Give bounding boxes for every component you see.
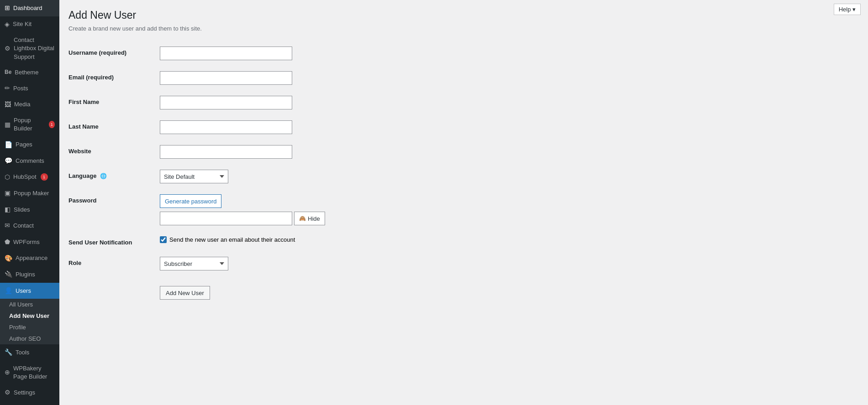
language-row: Language 🌐 Site Default English French G… [68, 164, 425, 189]
notification-label: Send User Notification [68, 236, 160, 246]
popup-builder-icon: ▦ [5, 120, 11, 130]
role-label: Role [68, 257, 160, 266]
sidebar-label-popup-builder: Popup Builder [14, 116, 45, 133]
sidebar-item-media[interactable]: 🖼 Media [0, 97, 59, 113]
contact-icon: ✉ [5, 221, 10, 230]
sidebar-item-slides[interactable]: ◧ Slides [0, 202, 59, 218]
role-row: Role Subscriber Contributor Author Edito… [68, 251, 425, 276]
hubspot-icon: ⬡ [5, 173, 10, 182]
sidebar-item-plugins[interactable]: 🔌 Plugins [0, 266, 59, 283]
notification-checkbox[interactable] [160, 236, 167, 243]
sidebar-item-users[interactable]: 👤 Users [0, 283, 59, 299]
email-row: Email (required) [68, 66, 425, 90]
sidebar-label-contact: Contact [13, 222, 34, 230]
sidebar-label-betheme: Betheme [15, 68, 38, 77]
help-button[interactable]: Help ▾ [834, 4, 861, 15]
sidebar-label-contact-lightbox: Contact Lightbox Digital Support [14, 36, 55, 61]
sidebar-label-hubspot: HubSpot [13, 173, 37, 181]
role-field: Subscriber Contributor Author Editor Adm… [160, 257, 425, 270]
sidebar-item-hubspot[interactable]: ⬡ HubSpot 1 [0, 169, 59, 186]
settings-icon: ⚙ [5, 388, 11, 397]
sidebar-label-media: Media [14, 100, 30, 109]
lastname-row: Last Name [68, 115, 425, 140]
main-content: Help ▾ Add New User Create a brand new u… [59, 0, 868, 405]
password-label: Password [68, 194, 160, 204]
sidebar-item-popup-builder[interactable]: ▦ Popup Builder 1 [0, 113, 59, 136]
pages-icon: 📄 [5, 140, 12, 150]
password-field: Generate password 🙈 Hide [160, 194, 425, 225]
betheme-icon: Be [5, 68, 11, 76]
sidebar-item-dashboard[interactable]: ⊞ Dashboard [0, 0, 59, 16]
hide-password-button[interactable]: 🙈 Hide [294, 212, 325, 225]
popup-builder-badge: 1 [49, 121, 55, 128]
sidebar-label-users: Users [16, 287, 31, 295]
website-input[interactable] [160, 145, 292, 159]
email-field [160, 71, 425, 85]
sidebar-item-sitekit[interactable]: ◈ Site Kit [0, 16, 59, 33]
submenu-author-seo[interactable]: Author SEO [5, 333, 59, 344]
sidebar-item-pages[interactable]: 📄 Pages [0, 137, 59, 153]
submenu-profile[interactable]: Profile [5, 322, 59, 333]
submenu-add-new-user[interactable]: Add New User [5, 310, 59, 322]
firstname-row: First Name [68, 90, 425, 115]
notification-row: Send User Notification Send the new user… [68, 231, 425, 251]
sidebar-label-appearance: Appearance [16, 254, 47, 262]
firstname-field [160, 96, 425, 109]
submit-field: Add New User [160, 281, 425, 300]
sidebar-item-tools[interactable]: 🔧 Tools [0, 344, 59, 361]
sidebar-label-plugins: Plugins [16, 270, 35, 279]
username-row: Username (required) [68, 41, 425, 66]
lastname-input[interactable] [160, 120, 292, 134]
sidebar-item-settings[interactable]: ⚙ Settings [0, 384, 59, 401]
sidebar-item-wpforms[interactable]: ⬟ WPForms [0, 234, 59, 250]
sidebar-item-betheme[interactable]: Be Betheme [0, 65, 59, 80]
sitekit-icon: ◈ [5, 20, 10, 29]
sidebar-label-pages: Pages [16, 140, 32, 149]
username-input[interactable] [160, 47, 292, 60]
notification-text: Send the new user an email about their a… [169, 236, 295, 243]
appearance-icon: 🎨 [5, 254, 12, 263]
username-field [160, 47, 425, 60]
wpforms-icon: ⬟ [5, 238, 10, 247]
submit-row: Add New User [68, 276, 425, 305]
add-new-user-button[interactable]: Add New User [160, 286, 210, 300]
eye-slash-icon: 🙈 [299, 215, 306, 222]
wpbakery-icon: ⊕ [5, 368, 10, 377]
username-label: Username (required) [68, 47, 160, 56]
sidebar-label-posts: Posts [13, 84, 28, 93]
sidebar-item-popup-maker[interactable]: ▣ Popup Maker [0, 185, 59, 202]
page-title: Add New User [68, 9, 859, 21]
submit-spacer [68, 281, 160, 284]
language-label: Language 🌐 [68, 170, 160, 179]
sidebar-label-wpbakery: WPBakery Page Builder [13, 364, 55, 381]
firstname-input[interactable] [160, 96, 292, 109]
add-user-form: Username (required) Email (required) Fir… [68, 41, 425, 305]
submenu-all-users[interactable]: All Users [5, 299, 59, 310]
sidebar-label-slides: Slides [14, 206, 30, 214]
website-row: Website [68, 140, 425, 164]
sidebar-item-contact[interactable]: ✉ Contact [0, 218, 59, 234]
sidebar-item-contact-lightbox[interactable]: ⚙ Contact Lightbox Digital Support [0, 32, 59, 65]
sidebar-label-popup-maker: Popup Maker [14, 189, 49, 197]
password-input[interactable] [160, 212, 292, 225]
contact-lightbox-icon: ⚙ [5, 44, 11, 53]
sidebar-item-comments[interactable]: 💬 Comments [0, 153, 59, 169]
role-select[interactable]: Subscriber Contributor Author Editor Adm… [160, 257, 228, 270]
sidebar-label-comments: Comments [16, 157, 44, 165]
comments-icon: 💬 [5, 156, 12, 166]
generate-password-button[interactable]: Generate password [160, 194, 221, 208]
lastname-field [160, 120, 425, 134]
language-field: Site Default English French German Spani… [160, 170, 425, 183]
website-label: Website [68, 145, 160, 155]
hubspot-badge: 1 [41, 173, 48, 181]
language-select[interactable]: Site Default English French German Spani… [160, 170, 228, 183]
sidebar-item-posts[interactable]: ✏ Posts [0, 80, 59, 97]
sidebar-item-wpbakery[interactable]: ⊕ WPBakery Page Builder [0, 361, 59, 384]
sidebar-label-sitekit: Site Kit [13, 20, 32, 28]
sidebar-item-appearance[interactable]: 🎨 Appearance [0, 250, 59, 267]
users-submenu: All Users Add New User Profile Author SE… [0, 299, 59, 344]
lastname-label: Last Name [68, 120, 160, 130]
email-input[interactable] [160, 71, 292, 85]
email-label: Email (required) [68, 71, 160, 81]
tools-icon: 🔧 [5, 348, 12, 357]
